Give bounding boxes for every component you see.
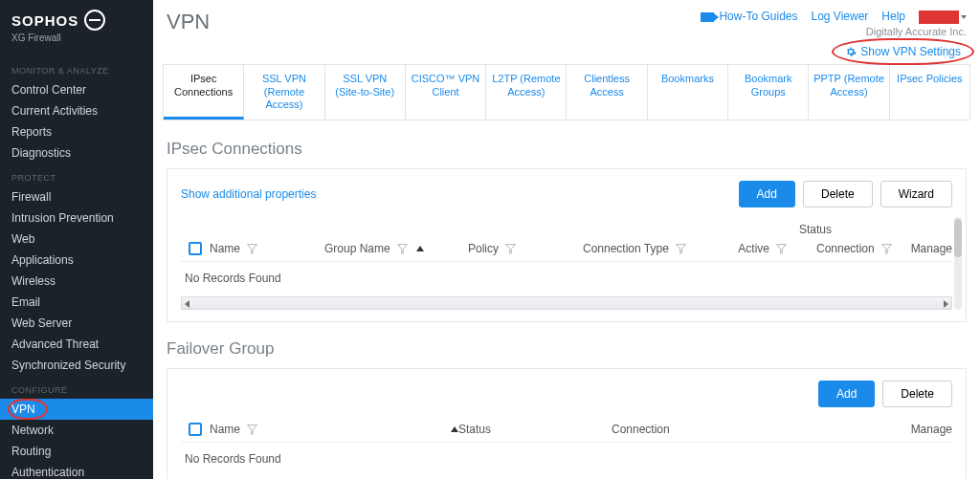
failover-delete-button[interactable]: Delete [882, 381, 952, 407]
main: VPN How-To Guides Log Viewer Help Digita… [153, 0, 980, 479]
ipsec-grid: Name Group Name Policy Connection Type S… [181, 217, 952, 310]
nav-network[interactable]: Network [0, 420, 153, 441]
brand-sub: XG Firewall [11, 33, 142, 43]
filter-icon[interactable] [396, 243, 409, 255]
nav-group-configure: CONFIGURE [0, 376, 153, 399]
filter-icon[interactable] [246, 424, 258, 436]
page-title: VPN [167, 10, 210, 34]
nav-adv-threat[interactable]: Advanced Threat [0, 334, 153, 355]
filter-icon[interactable] [246, 243, 258, 255]
horizontal-scrollbar[interactable] [181, 296, 952, 310]
failover-empty: No Records Found [181, 443, 952, 475]
ipsec-panel: Show additional properties Add Delete Wi… [167, 168, 967, 322]
brand-name: SOPHOS [11, 12, 78, 29]
filter-icon[interactable] [775, 243, 788, 255]
col-status-active[interactable]: Active [738, 242, 769, 255]
filter-icon[interactable] [675, 243, 687, 255]
filter-icon[interactable] [880, 243, 893, 255]
failover-add-button[interactable]: Add [818, 381, 875, 407]
show-vpn-settings-link[interactable]: Show VPN Settings [839, 43, 967, 60]
top-links: How-To Guides Log Viewer Help Digitally … [701, 10, 967, 37]
nav-reports[interactable]: Reports [0, 121, 153, 142]
col-status-connection[interactable]: Connection [816, 242, 875, 255]
tab-ipsec-connections[interactable]: IPsec Connections [164, 65, 244, 120]
col-status: Status [799, 223, 832, 236]
select-all-checkbox[interactable] [189, 242, 202, 255]
failover-select-all-checkbox[interactable] [189, 423, 202, 436]
tab-sslvpn-remote[interactable]: SSL VPN (Remote Access) [244, 65, 324, 120]
tab-sslvpn-site[interactable]: SSL VPN (Site-to-Site) [325, 65, 406, 120]
log-viewer-link[interactable]: Log Viewer [811, 10, 868, 23]
col-conn-type[interactable]: Connection Type [583, 242, 669, 255]
tab-bookmark-groups[interactable]: Bookmark Groups [728, 65, 809, 120]
nav-diagnostics[interactable]: Diagnostics [0, 142, 153, 163]
tab-pptp[interactable]: PPTP (Remote Access) [809, 65, 889, 120]
fo-col-manage[interactable]: Manage [911, 423, 952, 436]
col-manage[interactable]: Manage [911, 242, 952, 255]
ipsec-add-button[interactable]: Add [739, 181, 795, 207]
account-menu[interactable] [919, 10, 967, 24]
section-ipsec-title: IPsec Connections [167, 140, 967, 159]
nav-current-activities[interactable]: Current Activities [0, 100, 153, 121]
nav-wireless[interactable]: Wireless [0, 271, 153, 292]
vertical-scrollbar[interactable] [954, 217, 962, 310]
chevron-down-icon [961, 15, 967, 19]
col-name[interactable]: Name [210, 242, 240, 255]
failover-panel: Add Delete Name Status Connection Manage… [167, 368, 967, 479]
nav-vpn[interactable]: VPN [0, 399, 153, 420]
nav-applications[interactable]: Applications [0, 250, 153, 271]
tab-l2tp[interactable]: L2TP (Remote Access) [486, 65, 567, 120]
section-failover-title: Failover Group [167, 339, 967, 359]
brand-block: SOPHOS XG Firewall [0, 0, 153, 49]
filter-icon[interactable] [504, 243, 517, 255]
sidebar: SOPHOS XG Firewall MONITOR & ANALYZE Con… [0, 0, 153, 479]
sort-asc-icon[interactable] [416, 246, 424, 251]
nav-group-protect: PROTECT [0, 163, 153, 186]
nav-email[interactable]: Email [0, 292, 153, 313]
col-group[interactable]: Group Name [324, 242, 390, 255]
tab-clientless[interactable]: Clientless Access [567, 65, 647, 120]
nav-routing[interactable]: Routing [0, 441, 153, 462]
nav-group-monitor: MONITOR & ANALYZE [0, 56, 153, 79]
nav-sync-security[interactable]: Synchronized Security [0, 355, 153, 376]
fo-col-name[interactable]: Name [210, 423, 240, 436]
tab-cisco-vpn[interactable]: CISCO™ VPN Client [406, 65, 486, 120]
tab-ipsec-policies[interactable]: IPsec Policies [890, 65, 969, 120]
nav-web-server[interactable]: Web Server [0, 313, 153, 334]
col-policy[interactable]: Policy [468, 242, 499, 255]
nav-authentication[interactable]: Authentication [0, 462, 153, 479]
redacted-icon [919, 11, 959, 24]
howto-link[interactable]: How-To Guides [701, 10, 797, 23]
company-label: Digitally Accurate Inc. [866, 26, 967, 37]
camera-icon [701, 12, 714, 22]
ipsec-empty: No Records Found [181, 262, 952, 294]
help-link[interactable]: Help [881, 10, 905, 23]
nav-control-center[interactable]: Control Center [0, 79, 153, 100]
tab-bookmarks[interactable]: Bookmarks [648, 65, 728, 120]
show-additional-properties-link[interactable]: Show additional properties [181, 187, 316, 201]
sort-asc-icon[interactable] [451, 426, 458, 432]
ipsec-delete-button[interactable]: Delete [803, 181, 873, 207]
nav: MONITOR & ANALYZE Control Center Current… [0, 49, 153, 479]
brand-logo-icon [84, 10, 105, 31]
nav-web[interactable]: Web [0, 229, 153, 250]
tab-bar: IPsec Connections SSL VPN (Remote Access… [163, 64, 970, 120]
nav-ips[interactable]: Intrusion Prevention [0, 207, 153, 229]
fo-col-status[interactable]: Status [458, 423, 491, 436]
ipsec-wizard-button[interactable]: Wizard [880, 181, 952, 207]
fo-col-connection[interactable]: Connection [612, 423, 670, 436]
gear-icon [845, 46, 857, 57]
nav-firewall[interactable]: Firewall [0, 186, 153, 207]
